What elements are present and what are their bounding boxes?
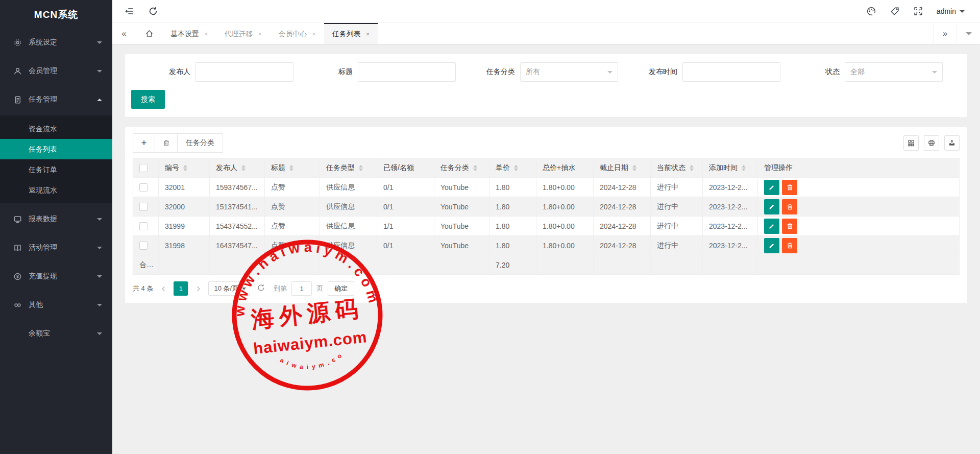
edit-button[interactable] [764, 219, 779, 234]
cell-price: 1.80 [489, 217, 536, 236]
sidebar-item-label: 余额宝 [29, 329, 97, 338]
next-page-button[interactable] [192, 282, 204, 295]
column-header: 添加时间 [709, 163, 738, 173]
theme-palette-icon[interactable] [866, 6, 876, 16]
sidebar-item-members[interactable]: 会员管理 [0, 58, 112, 84]
category-select[interactable]: 所有 [520, 62, 618, 82]
goto-page-input[interactable] [291, 281, 312, 296]
monitor-icon [13, 215, 22, 224]
tabs-scroll-right[interactable]: » [933, 23, 957, 44]
row-checkbox[interactable] [139, 242, 148, 250]
topbar: admin [112, 0, 980, 22]
sidebar-item-yuebao[interactable]: 余额宝 [0, 321, 112, 346]
columns-filter-button[interactable] [903, 135, 919, 151]
cell-category: YouTube [434, 197, 489, 217]
page-size-select[interactable]: 10 条/页 [208, 281, 250, 296]
delete-button[interactable] [782, 199, 797, 214]
status-label: 状态 [780, 67, 845, 77]
search-button[interactable]: 搜索 [131, 90, 165, 109]
cell-publisher: 154374552... [210, 217, 265, 236]
task-table: 编号 发布人 标题 任务类型 已领/名额 任务分类 单价 总价+抽水 截止日期 … [133, 158, 960, 275]
tabs-menu-toggle[interactable] [957, 23, 980, 44]
refresh-table-icon[interactable] [257, 283, 267, 294]
edit-button[interactable] [764, 199, 779, 214]
sort-icon[interactable] [359, 165, 363, 171]
sort-icon[interactable] [742, 165, 746, 171]
sort-icon[interactable] [241, 165, 246, 171]
sort-icon[interactable] [289, 165, 293, 171]
infinity-icon [13, 301, 22, 309]
title-label: 标题 [293, 67, 358, 77]
refresh-icon[interactable] [148, 6, 158, 16]
delete-button[interactable] [782, 219, 797, 234]
sidebar-item-task-list[interactable]: 任务列表 [0, 139, 112, 159]
tab-agent-migration[interactable]: 代理迁移 × [216, 23, 271, 44]
home-tab[interactable] [136, 23, 162, 44]
tab-task-list[interactable]: 任务列表 × [324, 23, 378, 44]
tabs-scroll-left[interactable]: « [112, 23, 136, 44]
sort-icon[interactable] [632, 165, 636, 171]
search-panel: 发布人 标题 任务分类 所有 发布 [125, 54, 967, 117]
pencil-icon [768, 242, 776, 249]
batch-delete-button[interactable] [155, 133, 178, 153]
close-icon[interactable]: × [312, 30, 316, 38]
prev-page-button[interactable] [158, 282, 169, 295]
cell-quota: 0/1 [377, 178, 434, 197]
trash-icon [786, 222, 794, 230]
tag-icon[interactable] [890, 6, 900, 16]
trash-icon [786, 242, 794, 249]
sidebar-item-recharge-withdraw[interactable]: 充值提现 [0, 264, 112, 289]
row-checkbox[interactable] [139, 222, 148, 230]
content-area: 发布人 标题 任务分类 所有 发布 [112, 44, 980, 454]
delete-button[interactable] [782, 238, 797, 253]
sidebar-item-fund-flow[interactable]: 资金流水 [0, 118, 112, 139]
tab-basic-settings[interactable]: 基本设置 × [162, 23, 216, 44]
cell-publisher: 159374567... [210, 178, 265, 197]
sidebar-item-task-orders[interactable]: 任务订单 [0, 159, 112, 180]
sidebar-item-other[interactable]: 其他 [0, 292, 112, 318]
row-checkbox[interactable] [139, 183, 148, 192]
user-menu[interactable]: admin [937, 7, 965, 15]
edit-button[interactable] [764, 180, 779, 195]
cell-status: 进行中 [651, 178, 703, 197]
sidebar-item-cashback-flow[interactable]: 返现流水 [0, 180, 112, 200]
tab-member-center[interactable]: 会员中心 × [270, 23, 324, 44]
sort-icon[interactable] [690, 165, 694, 171]
cell-publisher: 164374547... [210, 236, 265, 255]
sidebar-item-reports[interactable]: 报表数据 [0, 206, 112, 232]
column-header: 当前状态 [657, 163, 685, 173]
delete-button[interactable] [782, 180, 797, 195]
publisher-input[interactable] [195, 62, 293, 82]
export-button[interactable] [944, 135, 960, 151]
close-icon[interactable]: × [204, 30, 208, 38]
title-input[interactable] [358, 62, 456, 82]
page-number-button[interactable]: 1 [174, 281, 188, 296]
chevron-down-icon [242, 288, 246, 290]
cell-id: 32000 [159, 197, 210, 217]
sidebar-item-tasks[interactable]: 任务管理 [0, 87, 112, 112]
add-task-button[interactable]: + [133, 133, 155, 153]
select-all-checkbox[interactable] [139, 164, 148, 172]
columns-icon [907, 139, 915, 147]
row-checkbox[interactable] [139, 203, 148, 211]
chevron-down-icon [607, 71, 612, 74]
close-icon[interactable]: × [258, 30, 262, 38]
gear-icon [13, 38, 22, 47]
collapse-sidebar-icon[interactable] [125, 6, 135, 16]
status-select[interactable]: 全部 [845, 62, 943, 82]
column-header: 截止日期 [600, 163, 628, 173]
sort-icon[interactable] [473, 165, 477, 171]
task-category-button[interactable]: 任务分类 [178, 133, 223, 153]
close-icon[interactable]: × [366, 30, 370, 38]
sidebar-item-system-settings[interactable]: 系统设定 [0, 30, 112, 55]
fullscreen-icon[interactable] [913, 6, 923, 16]
column-header: 单价 [496, 163, 510, 173]
publish-time-input[interactable] [682, 62, 780, 82]
sidebar-item-activities[interactable]: 活动管理 [0, 235, 112, 260]
goto-confirm-button[interactable]: 确定 [328, 281, 354, 296]
cell-type: 供应信息 [320, 178, 377, 197]
edit-button[interactable] [764, 238, 779, 253]
print-button[interactable] [924, 135, 939, 151]
sort-icon[interactable] [183, 165, 187, 171]
sort-icon[interactable] [514, 165, 518, 171]
